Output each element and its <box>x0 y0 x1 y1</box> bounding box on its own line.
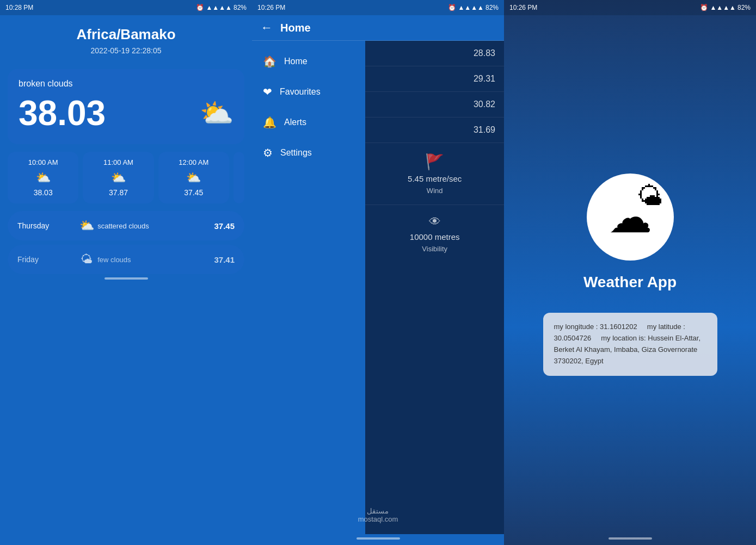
bell-icon: 🔔 <box>263 116 276 129</box>
day-condition-1: few clouds <box>97 256 214 264</box>
hour-icon-0: ⛅ <box>12 171 74 185</box>
clock-icon-3: ⏰ <box>700 4 708 11</box>
data-val-2: 30.82 <box>365 92 504 117</box>
s2-main-content: 28.83 29.31 30.82 31.69 🚩 5.45 metre/sec… <box>365 41 504 534</box>
app-logo-circle: ☁ 🌤 <box>587 174 674 261</box>
day-name-1: Friday <box>17 255 76 264</box>
day-row-1: Friday 🌤 few clouds 37.41 <box>8 245 244 274</box>
day-condition-0: scattered clouds <box>97 222 214 230</box>
visibility-label: Visibility <box>422 245 447 253</box>
day-row-0: Thursday ⛅ scattered clouds 37.45 <box>8 211 244 240</box>
status-icons-1: ⏰ ▲▲▲▲ 82% <box>196 4 247 11</box>
battery-2: 82% <box>485 4 499 11</box>
condition: broken clouds <box>19 79 233 89</box>
menu-item-alerts[interactable]: 🔔 Alerts <box>252 107 365 138</box>
menu-item-favourites[interactable]: ❤ Favourites <box>252 77 365 107</box>
home-indicator-2 <box>252 534 504 545</box>
time-1: 10:28 PM <box>5 4 33 11</box>
menu-label-home: Home <box>284 57 308 66</box>
signal-icon-2: ▲▲▲▲ <box>458 4 484 11</box>
hour-temp-2: 37.45 <box>163 188 225 197</box>
date-display: 2022-05-19 22:28:05 <box>11 46 241 55</box>
wind-value: 5.45 metre/sec <box>408 174 462 183</box>
menu-item-settings[interactable]: ⚙ Settings <box>252 138 365 168</box>
hour-time-2: 12:00 AM <box>163 158 225 166</box>
hour-time-0: 10:00 AM <box>12 158 74 166</box>
menu-label-alerts: Alerts <box>284 117 306 127</box>
day-temp-0: 37.45 <box>214 221 235 231</box>
battery-1: 82% <box>233 4 247 11</box>
s1-header: Africa/Bamako 2022-05-19 22:28:05 <box>0 15 252 69</box>
data-val-0: 28.83 <box>365 41 504 66</box>
hour-card-2: 12:00 AM ⛅ 37.45 <box>158 152 229 203</box>
home-indicator-1 <box>0 274 252 285</box>
day-icon-1: 🌤 <box>76 252 97 267</box>
sidebar: 🏠 Home ❤ Favourites 🔔 Alerts ⚙ Settings <box>252 41 365 534</box>
wind-label: Wind <box>427 187 443 195</box>
logo-inner: ☁ 🌤 <box>609 192 652 243</box>
longitude-info: my longitude : 31.1601202 my latitude : <box>554 321 706 333</box>
weather-card: broken clouds 38.03 ⛅ <box>8 69 244 144</box>
app-title: Weather App <box>583 274 677 291</box>
nav-bar: ← Home <box>252 15 504 41</box>
nav-title: Home <box>280 22 311 34</box>
screen3: 10:26 PM ⏰ ▲▲▲▲ 82% ☁ 🌤 Weather App my <box>504 0 756 545</box>
status-bar-3: 10:26 PM ⏰ ▲▲▲▲ 82% <box>504 0 756 15</box>
latitude-value: 30.0504726 <box>554 334 592 342</box>
hour-card-1: 11:00 AM ⛅ 37.87 <box>83 152 153 203</box>
daily-forecast: Thursday ⛅ scattered clouds 37.45 Friday… <box>8 211 244 274</box>
signal-icon: ▲▲▲▲ <box>206 4 232 11</box>
temperature: 38.03 <box>19 93 106 133</box>
wind-section: 🚩 5.45 metre/sec Wind <box>365 143 504 205</box>
longitude-value: 31.1601202 <box>600 323 637 331</box>
data-val-3: 31.69 <box>365 117 504 143</box>
time-3: 10:26 PM <box>509 4 537 11</box>
status-bar-1: 10:28 PM ⏰ ▲▲▲▲ 82% <box>0 0 252 15</box>
time-2: 10:26 PM <box>257 4 285 11</box>
menu-label-favourites: Favourites <box>280 87 321 97</box>
city-name: Africa/Bamako <box>11 26 241 43</box>
data-val-1: 29.31 <box>365 66 504 92</box>
longitude-label: my longitude : <box>554 323 598 331</box>
wind-icon: 🚩 <box>425 153 444 171</box>
visibility-value: 10000 metres <box>410 232 460 241</box>
hour-card-0: 10:00 AM ⛅ 38.03 <box>8 152 78 203</box>
main-cloud-icon: ⛅ <box>200 97 233 129</box>
day-icon-0: ⛅ <box>76 219 97 233</box>
screen2: 10:26 PM ⏰ ▲▲▲▲ 82% ← Home 🏠 Home ❤ Favo… <box>252 0 504 545</box>
watermark-url: mostaql.com <box>358 515 398 523</box>
status-icons-3: ⏰ ▲▲▲▲ 82% <box>700 4 751 11</box>
location-label: my location is: <box>601 334 646 342</box>
s3-main: ☁ 🌤 Weather App my longitude : 31.160120… <box>504 15 756 534</box>
battery-3: 82% <box>737 4 751 11</box>
latitude-label: my latitude : <box>647 323 685 331</box>
watermark-arabic: مستقل <box>358 507 398 515</box>
home-indicator-3 <box>504 534 756 545</box>
hour-icon-1: ⛅ <box>87 171 149 185</box>
watermark: مستقل mostaql.com <box>358 507 398 523</box>
clock-icon-2: ⏰ <box>448 4 456 11</box>
hourly-forecast: 10:00 AM ⛅ 38.03 11:00 AM ⛅ 37.87 12:00 … <box>8 152 244 203</box>
heart-icon: ❤ <box>263 85 272 98</box>
visibility-icon: 👁 <box>429 215 441 229</box>
location-info-card: my longitude : 31.1601202 my latitude : … <box>543 313 717 375</box>
logo-sun-icon: 🌤 <box>637 181 663 211</box>
hour-card-partial <box>233 152 244 203</box>
screen1: 10:28 PM ⏰ ▲▲▲▲ 82% Africa/Bamako 2022-0… <box>0 0 252 545</box>
status-icons-2: ⏰ ▲▲▲▲ 82% <box>448 4 499 11</box>
latitude-info: 30.0504726 my location is: Hussein El-At… <box>554 333 706 367</box>
hour-temp-0: 38.03 <box>12 188 74 197</box>
signal-icon-3: ▲▲▲▲ <box>710 4 736 11</box>
day-temp-1: 37.41 <box>214 255 235 264</box>
s2-layout: 🏠 Home ❤ Favourites 🔔 Alerts ⚙ Settings <box>252 41 504 534</box>
visibility-section: 👁 10000 metres Visibility <box>365 205 504 263</box>
day-name-0: Thursday <box>17 221 76 230</box>
menu-item-home[interactable]: 🏠 Home <box>252 46 365 77</box>
clock-icon: ⏰ <box>196 4 204 11</box>
gear-icon: ⚙ <box>263 146 273 159</box>
home-icon: 🏠 <box>263 55 276 68</box>
hour-icon-2: ⛅ <box>163 171 225 185</box>
status-bar-2: 10:26 PM ⏰ ▲▲▲▲ 82% <box>252 0 504 15</box>
back-button[interactable]: ← <box>261 21 273 35</box>
hour-temp-1: 37.87 <box>87 188 149 197</box>
